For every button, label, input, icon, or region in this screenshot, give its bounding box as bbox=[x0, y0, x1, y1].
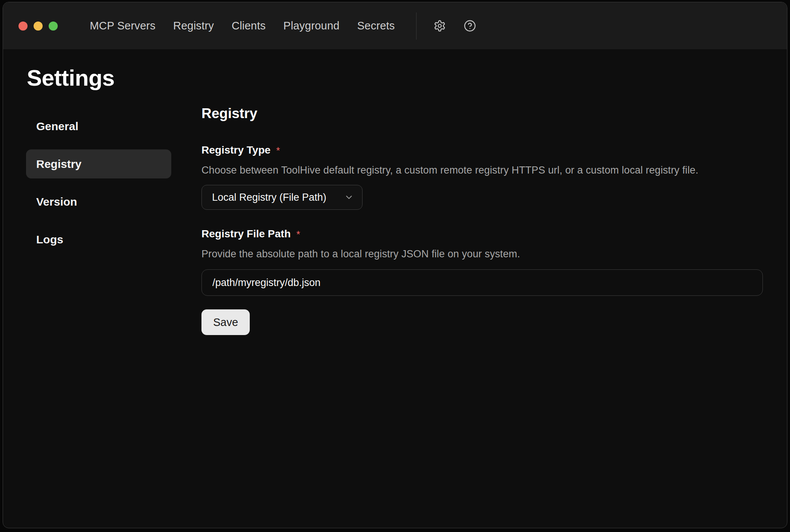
required-asterisk: * bbox=[297, 227, 300, 240]
registry-type-label: Registry Type bbox=[201, 143, 271, 157]
registry-type-select-value: Local Registry (File Path) bbox=[212, 192, 326, 203]
save-button[interactable]: Save bbox=[201, 309, 250, 335]
registry-file-path-field: Registry File Path * Provide the absolut… bbox=[201, 227, 763, 296]
registry-file-path-description: Provide the absolute path to a local reg… bbox=[201, 248, 763, 260]
zoom-button[interactable] bbox=[49, 22, 58, 31]
page-title: Settings bbox=[27, 64, 787, 92]
registry-file-path-label: Registry File Path bbox=[201, 227, 291, 241]
registry-type-field: Registry Type * Choose between ToolHive … bbox=[201, 143, 763, 210]
chevron-down-icon bbox=[344, 192, 354, 202]
section-heading: Registry bbox=[201, 105, 763, 122]
nav-registry[interactable]: Registry bbox=[173, 20, 214, 32]
gear-icon bbox=[433, 20, 446, 32]
sidebar-item-version[interactable]: Version bbox=[26, 187, 171, 216]
registry-file-path-input[interactable] bbox=[201, 269, 763, 296]
nav-mcp-servers[interactable]: MCP Servers bbox=[90, 20, 155, 32]
settings-sidebar: General Registry Version Logs bbox=[26, 112, 171, 254]
help-circle-icon bbox=[464, 20, 476, 32]
sidebar-item-general[interactable]: General bbox=[26, 112, 171, 141]
settings-content: Registry Registry Type * Choose between … bbox=[201, 105, 763, 335]
registry-type-select[interactable]: Local Registry (File Path) bbox=[201, 185, 363, 210]
settings-gear-button[interactable] bbox=[432, 18, 448, 34]
app-window: MCP Servers Registry Clients Playground … bbox=[3, 2, 787, 528]
sidebar-item-registry[interactable]: Registry bbox=[26, 149, 171, 178]
nav-secrets[interactable]: Secrets bbox=[357, 20, 395, 32]
titlebar: MCP Servers Registry Clients Playground … bbox=[3, 2, 787, 50]
required-asterisk: * bbox=[276, 143, 280, 157]
settings-layout: General Registry Version Logs Registry R… bbox=[3, 92, 787, 335]
titlebar-icons bbox=[432, 18, 478, 34]
titlebar-divider bbox=[416, 12, 417, 40]
top-nav: MCP Servers Registry Clients Playground … bbox=[90, 20, 395, 32]
registry-type-description: Choose between ToolHive default registry… bbox=[201, 164, 763, 177]
close-button[interactable] bbox=[18, 22, 28, 31]
traffic-lights bbox=[18, 22, 58, 31]
minimize-button[interactable] bbox=[34, 22, 43, 31]
nav-playground[interactable]: Playground bbox=[283, 20, 340, 32]
nav-clients[interactable]: Clients bbox=[232, 20, 266, 32]
help-button[interactable] bbox=[462, 18, 478, 34]
sidebar-item-logs[interactable]: Logs bbox=[26, 225, 171, 254]
